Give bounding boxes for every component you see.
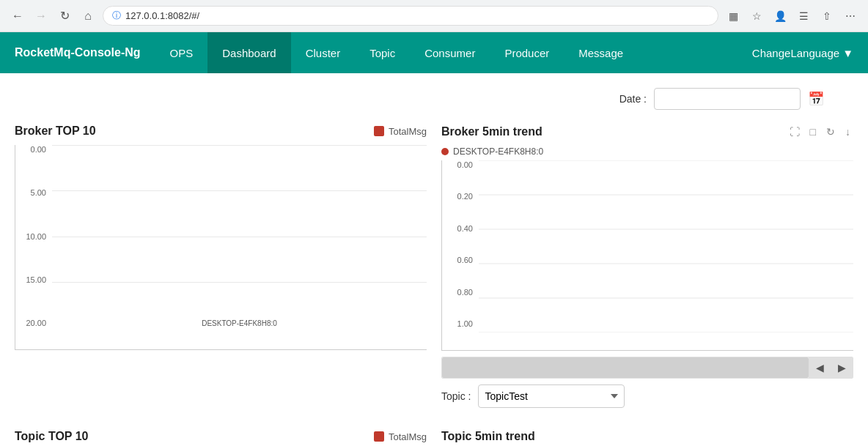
nav-cluster[interactable]: Cluster bbox=[291, 32, 356, 73]
calendar-icon[interactable]: 📅 bbox=[808, 91, 824, 107]
profile-button[interactable]: 👤 bbox=[771, 7, 789, 25]
topic-top10-container: Topic TOP 10 TotalMsg bbox=[15, 430, 427, 446]
nav-language[interactable]: ChangeLanguage ▼ bbox=[738, 32, 868, 73]
share-button[interactable]: ⇧ bbox=[818, 7, 836, 25]
line-y-0.60: 0.60 bbox=[457, 256, 473, 264]
extensions-button[interactable]: ☰ bbox=[795, 7, 812, 25]
charts-row-2: Topic TOP 10 TotalMsg Topic 5min trend bbox=[15, 430, 853, 446]
chevron-down-icon: ▼ bbox=[842, 47, 853, 59]
reload-button[interactable]: ↻ bbox=[56, 7, 73, 25]
line-y-0.80: 0.80 bbox=[457, 288, 473, 297]
line-y-0.00: 0.00 bbox=[457, 160, 473, 169]
broker-5min-title: Broker 5min trend bbox=[441, 125, 542, 138]
y-axis-labels: 20.00 15.00 10.00 5.00 0.00 bbox=[15, 145, 52, 327]
bar-group-0: DESKTOP-E4FK8H8:0 bbox=[59, 316, 419, 327]
broker-5min-container: Broker 5min trend ⛶ □ ↻ ↓ DESKTOP-E4FK8H… bbox=[441, 124, 853, 408]
chart-actions: ⛶ □ ↻ ↓ bbox=[787, 124, 853, 139]
broker-top10-chart: 20.00 15.00 10.00 5.00 0.00 bbox=[15, 145, 427, 350]
secure-icon: ⓘ bbox=[112, 10, 121, 22]
address-bar: ⓘ 127.0.0.1:8082/#/ bbox=[103, 6, 718, 26]
topic-5min-header: Topic 5min trend bbox=[441, 430, 853, 443]
url-text: 127.0.0.1:8082/#/ bbox=[125, 10, 199, 21]
line-y-labels: 1.00 0.80 0.60 0.40 0.20 0.00 bbox=[442, 160, 479, 328]
scrollbar-thumb[interactable] bbox=[442, 357, 809, 378]
main-content: Date : 📅 Broker TOP 10 TotalMsg 20.00 15… bbox=[0, 73, 868, 446]
nav-consumer[interactable]: Consumer bbox=[410, 32, 490, 73]
line-y-0.20: 0.20 bbox=[457, 192, 473, 201]
line-svg bbox=[479, 160, 853, 332]
topic-top10-header: Topic TOP 10 TotalMsg bbox=[15, 430, 427, 443]
topic-5min-container: Topic 5min trend bbox=[441, 430, 853, 446]
y-label-5: 5.00 bbox=[31, 188, 46, 197]
nav-topic[interactable]: Topic bbox=[355, 32, 410, 73]
broker-top10-title: Broker TOP 10 bbox=[15, 124, 96, 138]
date-row: Date : 📅 bbox=[15, 88, 853, 110]
nav-producer[interactable]: Producer bbox=[490, 32, 564, 73]
topic-top10-legend-label: TotalMsg bbox=[389, 431, 427, 442]
topic-top10-legend-dot bbox=[374, 431, 384, 442]
topic-label: Topic : bbox=[441, 390, 471, 402]
y-label-15: 15.00 bbox=[26, 275, 46, 284]
home-button[interactable]: ⌂ bbox=[79, 7, 97, 25]
topic-top10-legend: TotalMsg bbox=[374, 431, 427, 442]
broker-top10-container: Broker TOP 10 TotalMsg 20.00 15.00 10.00… bbox=[15, 124, 427, 408]
browser-chrome: ← → ↻ ⌂ ⓘ 127.0.0.1:8082/#/ ▦ ☆ 👤 ☰ ⇧ ⋯ bbox=[0, 0, 868, 32]
collapse-button[interactable]: □ bbox=[807, 124, 819, 139]
line-legend-label: DESKTOP-E4FK8H8:0 bbox=[453, 146, 543, 157]
navbar-brand[interactable]: RocketMq-Console-Ng bbox=[0, 32, 155, 73]
nav-ops[interactable]: OPS bbox=[155, 32, 208, 73]
bars-area: DESKTOP-E4FK8H8:0 bbox=[59, 145, 419, 327]
y-label-20: 20.00 bbox=[26, 319, 46, 327]
date-label: Date : bbox=[619, 93, 647, 105]
line-y-1.00: 1.00 bbox=[457, 319, 473, 328]
broker-5min-chart: 1.00 0.80 0.60 0.40 0.20 0.00 bbox=[441, 160, 853, 351]
line-y-0.40: 0.40 bbox=[457, 224, 473, 233]
expand-button[interactable]: ⛶ bbox=[787, 124, 803, 139]
more-button[interactable]: ⋯ bbox=[842, 7, 859, 25]
broker-top10-legend-label: TotalMsg bbox=[389, 126, 427, 137]
back-button[interactable]: ← bbox=[9, 7, 26, 25]
broker-top10-header: Broker TOP 10 TotalMsg bbox=[15, 124, 427, 138]
bar-chart-inner: DESKTOP-E4FK8H8:0 bbox=[52, 145, 427, 327]
scrollbar-buttons: ◀ ▶ bbox=[809, 357, 853, 378]
browser-actions: ▦ ☆ 👤 ☰ ⇧ ⋯ bbox=[724, 7, 859, 25]
y-label-10: 10.00 bbox=[26, 232, 46, 241]
nav-dashboard[interactable]: Dashboard bbox=[207, 32, 290, 73]
line-legend-dot bbox=[441, 148, 449, 155]
download-button[interactable]: ↓ bbox=[842, 124, 853, 139]
broker-top10-legend-dot bbox=[374, 126, 384, 136]
nav-message[interactable]: Message bbox=[564, 32, 638, 73]
charts-row-1: Broker TOP 10 TotalMsg 20.00 15.00 10.00… bbox=[15, 124, 853, 408]
topic-filter-row: Topic : TopicTest bbox=[441, 384, 853, 408]
bar-label-0: DESKTOP-E4FK8H8:0 bbox=[202, 319, 277, 327]
bookmark-button[interactable]: ☆ bbox=[748, 7, 765, 25]
topic-5min-title: Topic 5min trend bbox=[441, 430, 535, 443]
scroll-right-button[interactable]: ▶ bbox=[831, 357, 853, 378]
scrollbar: ◀ ▶ bbox=[441, 357, 853, 379]
date-input[interactable] bbox=[654, 88, 801, 110]
broker-5min-header: Broker 5min trend ⛶ □ ↻ ↓ bbox=[441, 124, 853, 139]
topic-select[interactable]: TopicTest bbox=[478, 384, 625, 408]
tab-manager-button[interactable]: ▦ bbox=[724, 7, 742, 25]
scroll-left-button[interactable]: ◀ bbox=[809, 357, 831, 378]
forward-button[interactable]: → bbox=[32, 7, 50, 25]
topic-top10-title: Topic TOP 10 bbox=[15, 430, 88, 443]
navbar: RocketMq-Console-Ng OPS Dashboard Cluste… bbox=[0, 32, 868, 73]
refresh-button[interactable]: ↻ bbox=[823, 124, 838, 139]
y-label-0: 0.00 bbox=[31, 145, 46, 154]
broker-top10-legend: TotalMsg bbox=[374, 126, 427, 137]
line-chart-legend: DESKTOP-E4FK8H8:0 bbox=[441, 146, 853, 157]
